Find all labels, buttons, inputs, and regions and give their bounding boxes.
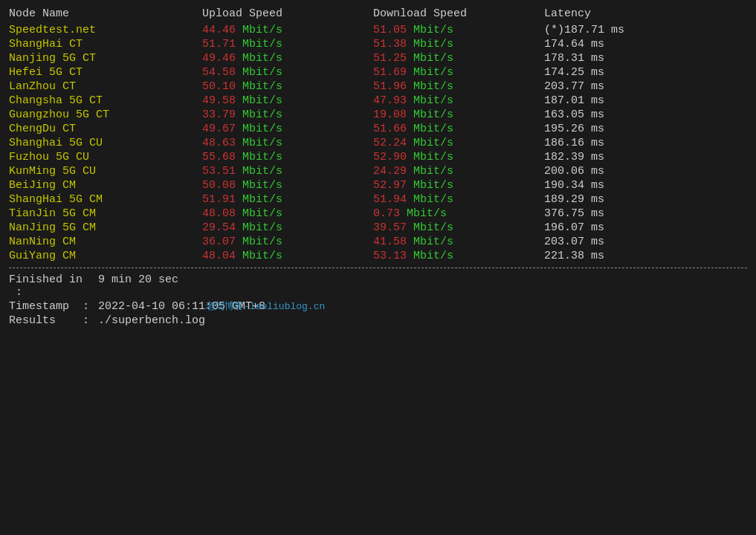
download-speed: 52.90 Mbit/s <box>373 151 544 163</box>
latency-value: 178.31 ms <box>544 52 693 65</box>
table-row: KunMing 5G CU 53.51 Mbit/s 24.29 Mbit/s … <box>9 164 747 178</box>
latency-value: 376.75 ms <box>544 207 693 220</box>
timestamp-label: Timestamp : <box>9 300 98 313</box>
node-name: NanJing 5G CM <box>9 221 202 234</box>
node-name: Fuzhou 5G CU <box>9 151 202 163</box>
download-speed: 24.29 Mbit/s <box>373 165 544 178</box>
download-speed: 51.25 Mbit/s <box>373 52 544 65</box>
upload-speed: 48.63 Mbit/s <box>202 137 373 149</box>
download-speed: 52.24 Mbit/s <box>373 137 544 149</box>
node-name: Speedtest.net <box>9 24 202 36</box>
download-speed: 0.73 Mbit/s <box>373 207 544 220</box>
header-node: Node Name <box>9 7 202 20</box>
node-name: KunMing 5G CU <box>9 165 202 178</box>
node-name: ChengDu CT <box>9 123 202 135</box>
latency-value: 174.25 ms <box>544 66 693 79</box>
table-row: LanZhou CT 50.10 Mbit/s 51.96 Mbit/s 203… <box>9 80 747 94</box>
node-name: NanNing CM <box>9 236 202 248</box>
footer-results: Results : ./superbench.log 老刘博客-laoliubl… <box>9 314 747 328</box>
upload-speed: 48.08 Mbit/s <box>202 207 373 220</box>
table-row: Shanghai 5G CU 48.63 Mbit/s 52.24 Mbit/s… <box>9 136 747 150</box>
node-name: LanZhou CT <box>9 80 202 93</box>
download-unit: Mbit/s <box>413 137 453 149</box>
upload-speed: 33.79 Mbit/s <box>202 108 373 121</box>
node-name: ShangHai CT <box>9 38 202 51</box>
download-unit: Mbit/s <box>413 38 453 51</box>
header-latency: Latency <box>544 7 693 20</box>
download-speed: 51.66 Mbit/s <box>373 123 544 135</box>
upload-unit: Mbit/s <box>242 207 282 220</box>
table-row: TianJin 5G CM 48.08 Mbit/s 0.73 Mbit/s 3… <box>9 207 747 221</box>
download-speed: 47.93 Mbit/s <box>373 94 544 107</box>
latency-value: 221.38 ms <box>544 250 693 262</box>
upload-unit: Mbit/s <box>242 165 282 178</box>
upload-speed: 44.46 Mbit/s <box>202 24 373 36</box>
upload-unit: Mbit/s <box>242 193 282 206</box>
latency-value: 195.26 ms <box>544 123 693 135</box>
latency-value: 187.01 ms <box>544 94 693 107</box>
table-row: Speedtest.net 44.46 Mbit/s 51.05 Mbit/s … <box>9 23 747 37</box>
latency-value: 189.29 ms <box>544 193 693 206</box>
upload-speed: 49.58 Mbit/s <box>202 94 373 107</box>
latency-value: 196.07 ms <box>544 221 693 234</box>
upload-speed: 49.46 Mbit/s <box>202 52 373 65</box>
table-row: ShangHai 5G CM 51.91 Mbit/s 51.94 Mbit/s… <box>9 192 747 207</box>
download-unit: Mbit/s <box>413 236 453 248</box>
upload-speed: 51.91 Mbit/s <box>202 193 373 206</box>
download-speed: 51.69 Mbit/s <box>373 66 544 79</box>
node-name: Shanghai 5G CU <box>9 137 202 149</box>
upload-unit: Mbit/s <box>242 38 282 51</box>
table-row: Nanjing 5G CT 49.46 Mbit/s 51.25 Mbit/s … <box>9 51 747 65</box>
download-speed: 41.58 Mbit/s <box>373 236 544 248</box>
latency-value: 186.16 ms <box>544 137 693 149</box>
node-name: ShangHai 5G CM <box>9 193 202 206</box>
watermark: 老刘博客-laoliublog.cn <box>205 299 325 327</box>
node-name: GuiYang CM <box>9 250 202 262</box>
latency-value: (*)187.71 ms <box>544 24 693 36</box>
table-row: Fuzhou 5G CU 55.68 Mbit/s 52.90 Mbit/s 1… <box>9 150 747 164</box>
table-row: ChengDu CT 49.67 Mbit/s 51.66 Mbit/s 195… <box>9 122 747 136</box>
upload-unit: Mbit/s <box>242 66 282 79</box>
download-unit: Mbit/s <box>413 24 453 36</box>
upload-unit: Mbit/s <box>242 221 282 234</box>
table-row: Hefei 5G CT 54.58 Mbit/s 51.69 Mbit/s 17… <box>9 65 747 80</box>
table-row: Changsha 5G CT 49.58 Mbit/s 47.93 Mbit/s… <box>9 94 747 108</box>
download-unit: Mbit/s <box>413 108 453 121</box>
latency-value: 203.77 ms <box>544 80 693 93</box>
node-name: Nanjing 5G CT <box>9 52 202 65</box>
upload-unit: Mbit/s <box>242 108 282 121</box>
download-unit: Mbit/s <box>413 250 453 262</box>
upload-speed: 53.51 Mbit/s <box>202 165 373 178</box>
download-speed: 51.96 Mbit/s <box>373 80 544 93</box>
footer-timestamp: Timestamp : 2022-04-10 06:11:05 GMT+8 <box>9 299 747 314</box>
upload-unit: Mbit/s <box>242 80 282 93</box>
download-unit: Mbit/s <box>413 52 453 65</box>
table-row: Guangzhou 5G CT 33.79 Mbit/s 19.08 Mbit/… <box>9 108 747 122</box>
download-unit: Mbit/s <box>413 165 453 178</box>
header-upload: Upload Speed <box>202 7 373 20</box>
download-unit: Mbit/s <box>413 151 453 163</box>
upload-speed: 29.54 Mbit/s <box>202 221 373 234</box>
node-name: Changsha 5G CT <box>9 94 202 107</box>
results-label: Results : <box>9 314 98 327</box>
upload-unit: Mbit/s <box>242 123 282 135</box>
download-unit: Mbit/s <box>407 207 447 220</box>
download-unit: Mbit/s <box>413 80 453 93</box>
footer: Finished in : 9 min 20 sec Timestamp : 2… <box>9 273 747 328</box>
latency-value: 163.05 ms <box>544 108 693 121</box>
upload-unit: Mbit/s <box>242 137 282 149</box>
upload-unit: Mbit/s <box>242 24 282 36</box>
upload-speed: 49.67 Mbit/s <box>202 123 373 135</box>
download-unit: Mbit/s <box>413 123 453 135</box>
upload-speed: 36.07 Mbit/s <box>202 236 373 248</box>
upload-unit: Mbit/s <box>242 94 282 107</box>
node-name: Hefei 5G CT <box>9 66 202 79</box>
upload-speed: 51.71 Mbit/s <box>202 38 373 51</box>
node-name: Guangzhou 5G CT <box>9 108 202 121</box>
download-speed: 19.08 Mbit/s <box>373 108 544 121</box>
download-unit: Mbit/s <box>413 66 453 79</box>
table-row: BeiJing CM 50.08 Mbit/s 52.97 Mbit/s 190… <box>9 178 747 192</box>
upload-unit: Mbit/s <box>242 236 282 248</box>
latency-value: 200.06 ms <box>544 165 693 178</box>
header-download: Download Speed <box>373 7 544 20</box>
